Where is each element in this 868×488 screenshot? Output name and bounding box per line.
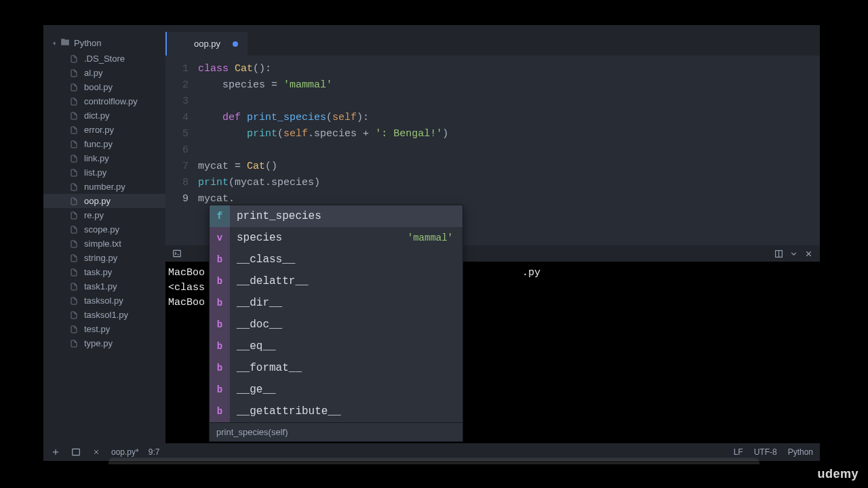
file-item[interactable]: scope.py [43, 222, 165, 237]
completion-label: print_species [230, 210, 453, 222]
autocomplete-item[interactable]: b__doc__ [210, 314, 462, 336]
code-editor[interactable]: 123456789 class Cat(): species = 'mammal… [165, 56, 820, 443]
file-tree-sidebar[interactable]: ▾ Python .DS_Storeal.pybool.pycontrolflo… [43, 32, 165, 443]
file-name: list.py [84, 167, 106, 178]
chevron-down-icon: ▾ [53, 40, 56, 47]
completion-label: __getattribute__ [230, 405, 453, 418]
terminal-icon [171, 247, 183, 260]
file-name: func.py [84, 139, 113, 149]
file-icon [69, 339, 79, 348]
file-item[interactable]: oop.py [43, 194, 165, 208]
file-item[interactable]: tasksol1.py [43, 308, 165, 322]
file-item[interactable]: al.py [43, 66, 165, 80]
file-name: controlflow.py [84, 96, 138, 106]
status-charset[interactable]: UTF-8 [754, 447, 777, 457]
udemy-watermark: udemy [817, 467, 859, 481]
autocomplete-item[interactable]: b__dir__ [210, 292, 462, 314]
file-item[interactable]: controlflow.py [43, 94, 165, 108]
file-icon [69, 125, 79, 135]
file-icon [69, 97, 79, 106]
file-name: simple.txt [84, 239, 121, 249]
file-item[interactable]: func.py [43, 137, 165, 151]
status-language[interactable]: Python [788, 447, 813, 457]
file-icon [69, 268, 79, 277]
file-item[interactable]: .DS_Store [43, 52, 165, 66]
tab-title: oop.py [194, 39, 220, 49]
file-item[interactable]: task1.py [43, 279, 165, 293]
panel-split-icon[interactable] [772, 247, 785, 260]
file-item[interactable]: string.py [43, 251, 165, 265]
autocomplete-item[interactable]: b__delattr__ [210, 270, 462, 292]
autocomplete-item[interactable]: b__eq__ [210, 336, 462, 357]
file-icon [69, 83, 79, 92]
file-icon [69, 296, 79, 306]
file-icon [69, 225, 79, 235]
completion-label: __dir__ [230, 297, 453, 309]
file-icon [69, 168, 79, 178]
window-topbar [43, 25, 820, 32]
editor-window: ▾ Python .DS_Storeal.pybool.pycontrolflo… [43, 25, 820, 461]
modified-dot-icon [233, 41, 238, 47]
completion-label: species [230, 232, 408, 244]
file-icon [69, 197, 79, 206]
status-line-ending[interactable]: LF [734, 447, 743, 457]
folder-icon [60, 37, 70, 49]
terminal-toggle-icon[interactable] [71, 447, 81, 458]
file-item[interactable]: bool.py [43, 80, 165, 94]
tab-bar[interactable]: oop.py [165, 32, 820, 56]
tab-oop[interactable]: oop.py [165, 32, 248, 56]
file-item[interactable]: list.py [43, 165, 165, 180]
file-icon [69, 310, 79, 320]
file-name: scope.py [84, 224, 119, 235]
main-area: ▾ Python .DS_Storeal.pybool.pycontrolflo… [43, 32, 820, 443]
close-icon[interactable] [91, 447, 102, 458]
file-name: task1.py [84, 281, 117, 291]
file-item[interactable]: dict.py [43, 108, 165, 123]
file-icon [69, 211, 79, 220]
completion-hint: 'mammal' [408, 232, 462, 243]
svg-rect-0 [174, 250, 181, 256]
file-name: number.py [84, 182, 125, 192]
file-icon [69, 253, 79, 263]
completion-kind-icon: b [210, 270, 230, 292]
autocomplete-popup[interactable]: fprint_speciesvspecies'mammal'b__class__… [209, 205, 463, 442]
close-icon[interactable] [802, 247, 814, 260]
file-icon [69, 282, 79, 291]
file-name: oop.py [84, 196, 111, 206]
file-item[interactable]: link.py [43, 151, 165, 165]
file-item[interactable]: task.py [43, 265, 165, 279]
completion-label: __ge__ [230, 384, 453, 396]
file-icon [69, 68, 79, 78]
svg-rect-7 [73, 449, 80, 455]
completion-kind-icon: b [210, 249, 230, 270]
autocomplete-item[interactable]: b__class__ [210, 249, 462, 270]
file-item[interactable]: tasksol.py [43, 293, 165, 308]
chevron-down-icon[interactable] [787, 247, 800, 260]
file-item[interactable]: type.py [43, 336, 165, 350]
file-item[interactable]: re.py [43, 208, 165, 222]
status-filename[interactable]: oop.py* [111, 447, 139, 457]
file-name: link.py [84, 153, 109, 163]
file-icon [69, 140, 79, 149]
file-item[interactable]: error.py [43, 123, 165, 137]
file-name: string.py [84, 253, 117, 263]
autocomplete-item[interactable]: b__ge__ [210, 379, 462, 401]
file-item[interactable]: number.py [43, 180, 165, 194]
status-cursor[interactable]: 9:7 [149, 447, 160, 457]
file-name: tasksol1.py [84, 310, 128, 320]
completion-kind-icon: b [210, 379, 230, 401]
completion-kind-icon: b [210, 292, 230, 314]
autocomplete-item[interactable]: fprint_species [210, 205, 462, 227]
file-icon [69, 325, 79, 334]
file-item[interactable]: simple.txt [43, 237, 165, 251]
add-icon[interactable] [50, 447, 61, 458]
autocomplete-item[interactable]: vspecies'mammal' [210, 227, 462, 249]
file-item[interactable]: test.py [43, 322, 165, 336]
completion-kind-icon: b [210, 336, 230, 357]
autocomplete-item[interactable]: b__getattribute__ [210, 401, 462, 422]
file-icon [69, 54, 79, 64]
file-icon [69, 154, 79, 163]
autocomplete-item[interactable]: b__format__ [210, 357, 462, 379]
completion-kind-icon: v [210, 227, 230, 249]
folder-row[interactable]: ▾ Python [43, 35, 165, 52]
